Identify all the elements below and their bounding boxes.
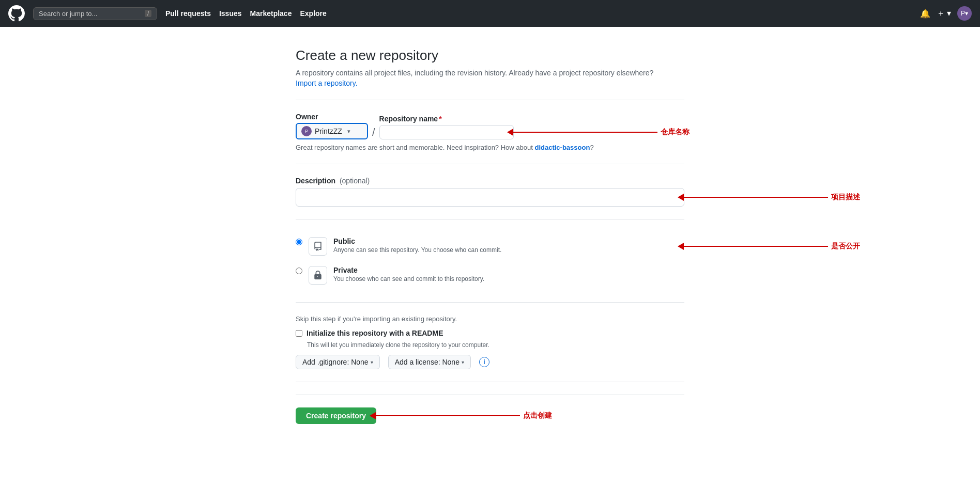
info-icon[interactable]: i <box>479 357 489 367</box>
public-title: Public <box>333 237 501 245</box>
license-dropdown[interactable]: Add a license: None ▾ <box>388 355 471 369</box>
public-icon <box>309 237 327 256</box>
slash-separator: / <box>372 127 375 139</box>
private-radio[interactable] <box>296 268 302 274</box>
navbar-right: 🔔 ＋ ▾ P▾ <box>920 6 972 21</box>
page-subtitle: A repository contains all project files,… <box>296 69 684 77</box>
init-divider <box>296 302 684 303</box>
license-label: Add a license: None <box>395 358 460 366</box>
description-annotation-label: 项目描述 <box>831 193 860 202</box>
search-placeholder: Search or jump to... <box>39 10 97 18</box>
visibility-section: Public Anyone can see this repository. Y… <box>296 232 684 290</box>
create-repository-button[interactable]: Create repository <box>296 407 376 424</box>
suggestion-text: Great repository names are short and mem… <box>296 144 684 151</box>
public-desc: Anyone can see this repository. You choo… <box>333 246 501 254</box>
create-annotation: 点击创建 <box>370 411 552 420</box>
private-text: Private You choose who can see and commi… <box>333 266 484 282</box>
repo-name-annotation-label: 仓库名称 <box>661 128 690 137</box>
repo-name-annotated-row: 仓库名称 <box>379 125 514 139</box>
owner-dropdown-arrow: ▾ <box>347 128 350 135</box>
repo-name-label: Repository name* <box>379 115 514 123</box>
notifications-button[interactable]: 🔔 <box>920 9 930 19</box>
user-avatar[interactable]: P▾ <box>957 6 972 21</box>
description-arrow-line <box>683 197 828 198</box>
create-section: Create repository 点击创建 <box>296 395 684 424</box>
private-desc: You choose who can see and commit to thi… <box>333 275 484 282</box>
github-logo[interactable] <box>8 5 25 22</box>
repo-name-arrow-line <box>513 132 657 133</box>
nav-explore[interactable]: Explore <box>300 9 326 18</box>
add-menu-button[interactable]: ＋ ▾ <box>937 8 951 19</box>
readme-checkbox-row: Initialize this repository with a README <box>296 329 684 337</box>
description-annotation: 项目描述 <box>678 193 860 202</box>
description-section: Description (optional) 项目描述 <box>296 177 684 207</box>
owner-label: Owner <box>296 113 368 121</box>
repo-name-field-group: Repository name* 仓库名称 <box>379 115 514 139</box>
visibility-annotation: 是否公开 <box>678 242 860 251</box>
init-section: Skip this step if you're importing an ex… <box>296 315 684 369</box>
visibility-arrow-line <box>683 246 828 247</box>
main-content: Create a new repository A repository con… <box>283 48 697 424</box>
owner-repo-section: Owner P PrintzZZ ▾ / Repository name* <box>296 113 684 151</box>
navbar-links: Pull requests Issues Marketplace Explore <box>165 9 327 18</box>
suggestion-name[interactable]: didactic-bassoon <box>534 144 590 151</box>
create-arrow-line <box>375 415 520 416</box>
navbar: Search or jump to... / Pull requests Iss… <box>0 0 980 27</box>
public-option: Public Anyone can see this repository. Y… <box>296 232 501 261</box>
gitignore-label: Add .gitignore: None <box>302 358 369 366</box>
description-label: Description (optional) <box>296 177 684 185</box>
repo-name-annotation: 仓库名称 <box>507 128 690 137</box>
owner-repo-row: Owner P PrintzZZ ▾ / Repository name* <box>296 113 684 139</box>
owner-field-group: Owner P PrintzZZ ▾ <box>296 113 368 139</box>
public-text: Public Anyone can see this repository. Y… <box>333 237 501 254</box>
search-bar[interactable]: Search or jump to... / <box>33 7 157 20</box>
create-annotated-row: Create repository 点击创建 <box>296 407 376 424</box>
import-link[interactable]: Import a repository. <box>296 79 358 87</box>
visibility-divider <box>296 219 684 219</box>
owner-dropdown[interactable]: P PrintzZZ ▾ <box>296 123 368 139</box>
create-divider <box>296 382 684 382</box>
repo-name-input[interactable] <box>379 125 514 139</box>
private-icon <box>309 266 327 285</box>
create-annotation-label: 点击创建 <box>523 411 552 420</box>
readme-checkbox[interactable] <box>296 330 302 337</box>
description-input[interactable] <box>296 188 684 207</box>
search-slash: / <box>145 10 151 17</box>
nav-marketplace[interactable]: Marketplace <box>250 9 292 18</box>
nav-pull-requests[interactable]: Pull requests <box>165 9 211 18</box>
visibility-annotation-label: 是否公开 <box>831 242 860 251</box>
readme-label: Initialize this repository with a README <box>307 329 443 337</box>
section-divider <box>296 100 684 100</box>
private-title: Private <box>333 266 484 274</box>
gitignore-dropdown[interactable]: Add .gitignore: None ▾ <box>296 355 380 369</box>
gitignore-arrow: ▾ <box>371 359 373 365</box>
dropdown-row: Add .gitignore: None ▾ Add a license: No… <box>296 355 684 369</box>
desc-divider <box>296 164 684 164</box>
readme-sub: This will let you immediately clone the … <box>307 341 684 349</box>
license-arrow: ▾ <box>462 359 464 365</box>
owner-avatar-small: P <box>301 126 312 136</box>
init-desc: Skip this step if you're importing an ex… <box>296 315 684 323</box>
description-annotated-row: 项目描述 <box>296 188 684 207</box>
public-radio[interactable] <box>296 239 302 245</box>
nav-issues[interactable]: Issues <box>219 9 242 18</box>
private-option: Private You choose who can see and commi… <box>296 261 684 290</box>
page-title: Create a new repository <box>296 48 684 64</box>
owner-value: PrintzZZ <box>315 127 342 135</box>
public-option-row: Public Anyone can see this repository. Y… <box>296 232 684 261</box>
